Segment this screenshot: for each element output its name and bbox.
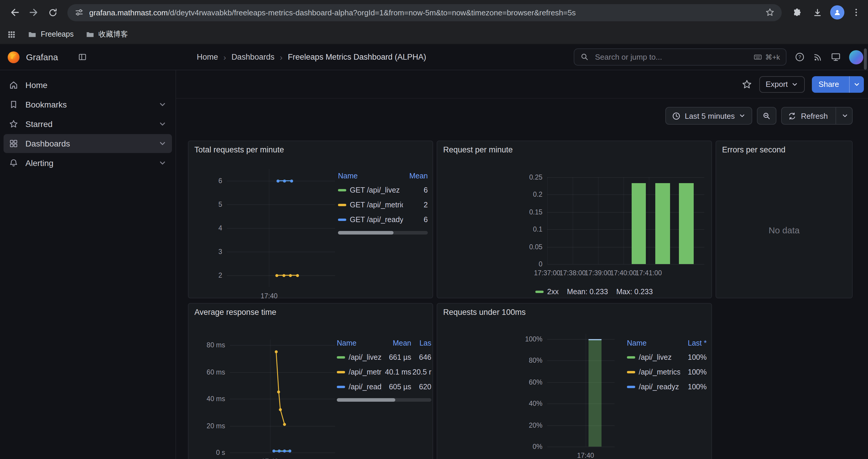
panel-avg-response-time: Average response time 80 ms60 ms40 ms20 … [188, 303, 433, 459]
legend-col-name[interactable]: Name [627, 339, 680, 347]
apps-grid-icon[interactable] [7, 30, 16, 39]
legend-row[interactable]: /api/_readyz 605 µs 620 [337, 379, 431, 394]
breadcrumb-dashboards[interactable]: Dashboards [231, 53, 275, 61]
folder-icon [85, 30, 94, 39]
reload-button[interactable] [44, 4, 61, 21]
svg-text:?: ? [799, 54, 801, 60]
dock-sidebar-icon[interactable] [78, 53, 87, 61]
bell-icon [9, 158, 18, 168]
chevron-down-icon[interactable] [158, 100, 167, 109]
legend-header: Name Mean [338, 169, 428, 183]
chevron-right-icon: › [280, 52, 282, 62]
divider [836, 107, 836, 124]
forward-button[interactable] [25, 4, 42, 21]
legend-col-last[interactable]: Last * [680, 339, 707, 347]
zoom-out-button[interactable] [757, 107, 777, 125]
bookmark-folder-blogs[interactable]: 收藏博客 [85, 29, 128, 39]
panel-title[interactable]: Errors per second [722, 145, 785, 154]
sidebar-item-home[interactable]: Home [4, 76, 172, 95]
bookmark-star-icon[interactable] [765, 8, 775, 17]
legend-scrollbar[interactable] [337, 398, 431, 402]
question-circle-icon: ? [795, 52, 805, 62]
legend-row[interactable]: GET /api/_livez 6 [338, 183, 428, 197]
legend-row[interactable]: /api/_metrics 40.1 ms 20.5 r [337, 364, 431, 379]
browser-toolbar: grafana.mathmast.com/d/deytv4rwavabkb/fr… [0, 0, 868, 25]
download-icon [812, 7, 822, 18]
no-data-label: No data [716, 225, 852, 235]
legend-scrollbar[interactable] [338, 231, 428, 234]
share-button[interactable]: Share [812, 76, 845, 93]
share-menu-button[interactable] [849, 76, 864, 93]
display-button[interactable] [831, 52, 841, 62]
series-color-swatch [338, 203, 346, 206]
legend-row[interactable]: /api/_livez 100% [627, 350, 707, 364]
panel-title[interactable]: Average response time [194, 308, 276, 317]
refresh-button[interactable]: Refresh [788, 111, 828, 120]
url-bar[interactable]: grafana.mathmast.com/d/deytv4rwavabkb/fr… [67, 4, 782, 21]
legend-row[interactable]: GET /api/_metrics 2 [338, 197, 428, 212]
breadcrumb-current: Freeleaps Metrics Dashboard (ALPHA) [288, 53, 426, 61]
legend-col-name[interactable]: Name [338, 172, 403, 180]
legend-header: Name Last * [627, 337, 707, 350]
user-avatar[interactable] [849, 50, 863, 64]
legend-mean: Mean: 0.233 [567, 288, 608, 296]
back-button[interactable] [6, 4, 24, 21]
chevron-down-icon [841, 112, 848, 119]
search-input[interactable] [594, 52, 749, 62]
dashboard-actions-row: Export Share [176, 70, 868, 99]
chevron-down-icon[interactable] [158, 159, 167, 167]
legend-max: Max: 0.233 [616, 288, 653, 296]
chevron-down-icon[interactable] [158, 139, 167, 148]
legend-series[interactable]: 2xx [535, 288, 559, 296]
site-settings-icon[interactable] [74, 8, 84, 17]
avg-response-time-chart[interactable]: 80 ms60 ms40 ms20 ms0 s17:40 [193, 324, 341, 457]
chevron-down-icon [739, 112, 746, 119]
search-shortcut: ⌘+k [753, 53, 780, 61]
sidebar-item-dashboards[interactable]: Dashboards [4, 134, 172, 153]
share-button-group: Share [812, 76, 864, 93]
person-icon [833, 8, 841, 17]
downloads-button[interactable] [810, 4, 824, 21]
time-range-picker[interactable]: Last 5 minutes [665, 107, 752, 125]
legend-col-last[interactable]: Las [411, 339, 431, 347]
sidebar-item-bookmarks[interactable]: Bookmarks [4, 95, 172, 114]
panel-title[interactable]: Request per minute [443, 145, 513, 154]
browser-profile-avatar[interactable] [830, 5, 844, 20]
series-color-swatch [627, 386, 635, 388]
news-button[interactable] [813, 52, 823, 62]
scrollbar-thumb[interactable] [337, 398, 395, 402]
browser-menu-button[interactable] [850, 4, 862, 21]
panel-requests-under-100ms: Requests under 100ms 100%80%60%40%20%0%1… [437, 303, 712, 459]
legend-row[interactable]: /api/_readyz 100% [627, 379, 707, 394]
export-button[interactable]: Export [759, 76, 805, 93]
grafana-logo-icon[interactable] [7, 51, 20, 64]
page-scrollbar-thumb[interactable] [864, 48, 867, 70]
chevron-down-icon [853, 80, 860, 88]
extensions-button[interactable] [790, 4, 804, 21]
sidebar-item-starred[interactable]: Starred [4, 114, 172, 133]
panel-title[interactable]: Requests under 100ms [443, 308, 526, 317]
legend-col-mean[interactable]: Mean [382, 339, 411, 347]
legend-row[interactable]: GET /api/_readyz 6 [338, 212, 428, 227]
legend-col-name[interactable]: Name [337, 339, 382, 347]
monitor-icon [831, 52, 841, 62]
panel-errors-per-second: Errors per second No data [716, 140, 852, 298]
legend-row[interactable]: /api/_metrics 100% [627, 364, 707, 379]
scrollbar-thumb[interactable] [338, 231, 394, 234]
requests-under-100ms-chart[interactable]: 100%80%60%40%20%0%17:40 [442, 324, 619, 456]
refresh-interval-button[interactable] [841, 112, 848, 119]
favorite-dashboard-button[interactable] [741, 79, 752, 90]
total-requests-chart[interactable]: 6543217:40 [193, 161, 341, 295]
bookmark-folder-freeleaps[interactable]: Freeleaps [28, 30, 73, 39]
url-text: grafana.mathmast.com/d/deytv4rwavabkb/fr… [89, 8, 765, 17]
legend-col-mean[interactable]: Mean [403, 172, 428, 180]
legend-row[interactable]: /api/_livez 661 µs 646 [337, 350, 431, 364]
requests-per-minute-chart[interactable]: 0.250.20.150.10.05017:37:0017:38:0017:39… [442, 161, 708, 280]
legend: 2xx Mean: 0.233 Max: 0.233 [535, 288, 653, 296]
search-box[interactable]: ⌘+k [574, 48, 786, 66]
sidebar-item-alerting[interactable]: Alerting [4, 154, 172, 172]
breadcrumb-home[interactable]: Home [197, 53, 218, 61]
help-button[interactable]: ? [795, 52, 805, 62]
panel-title[interactable]: Total requests per minute [194, 145, 284, 154]
chevron-down-icon[interactable] [158, 120, 167, 128]
